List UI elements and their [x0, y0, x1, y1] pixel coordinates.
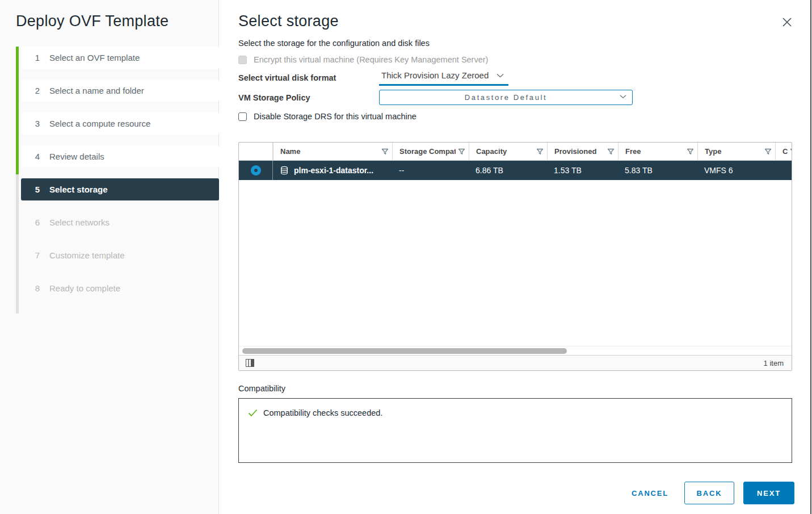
column-picker-icon[interactable] [246, 359, 254, 367]
chevron-down-icon [497, 73, 504, 78]
step-label: Select an OVF template [49, 53, 140, 62]
success-check-icon [248, 409, 258, 417]
row-cell-free: 5.83 TB [618, 161, 697, 180]
back-button[interactable]: BACK [684, 482, 734, 504]
datastore-row[interactable]: plm-esxi-1-datastor...--6.86 TB1.53 TB5.… [239, 161, 792, 180]
filter-funnel-icon[interactable] [536, 148, 544, 155]
step-number: 4 [33, 152, 41, 161]
disable-drs-checkbox[interactable] [238, 112, 247, 121]
sidebar-step-4[interactable]: 4Review details [21, 145, 219, 168]
grid-header: NameStorage CompatibilityCapacityProvisi… [239, 143, 792, 161]
step-label: Ready to complete [49, 283, 120, 293]
row-cell-name: plm-esxi-1-datastor... [273, 161, 392, 180]
col-header-name[interactable]: Name [273, 143, 392, 160]
row-cell-storage-compatibility: -- [392, 161, 469, 180]
col-header-label: Name [280, 147, 379, 156]
cell-value: 1.53 TB [554, 166, 582, 175]
step-number: 1 [33, 53, 41, 62]
filter-funnel-icon[interactable] [458, 148, 465, 155]
row-cell-cluster [775, 161, 792, 180]
compatibility-message: Compatibility checks succeeded. [263, 408, 382, 417]
scrollbar-thumb[interactable] [242, 348, 567, 354]
cell-value: plm-esxi-1-datastor... [294, 166, 373, 175]
col-header-label: Storage Compatibility [399, 147, 456, 156]
filter-funnel-icon[interactable] [687, 148, 694, 155]
filter-funnel-icon[interactable] [607, 148, 615, 155]
next-button[interactable]: NEXT [743, 482, 794, 504]
sidebar-step-5[interactable]: 5Select storage [21, 178, 219, 200]
sidebar-step-7: 7Customize template [21, 244, 219, 266]
grid-empty-area [239, 180, 792, 346]
cell-value: 5.83 TB [625, 166, 653, 175]
step-number: 8 [33, 283, 41, 293]
progress-fill [16, 47, 19, 174]
step-label: Select a compute resource [49, 119, 150, 128]
col-header-label: Cluster [782, 147, 788, 156]
col-header-label: Capacity [476, 147, 534, 156]
col-header-label: Type [705, 147, 762, 156]
col-header-label: Provisioned [554, 147, 605, 156]
disk-format-value: Thick Provision Lazy Zeroed [381, 70, 489, 80]
row-cell-provisioned: 1.53 TB [547, 161, 618, 180]
datastore-grid: NameStorage CompatibilityCapacityProvisi… [238, 142, 792, 371]
step-number: 3 [33, 119, 41, 128]
step-label: Select storage [49, 185, 108, 194]
compatibility-box: Compatibility checks succeeded. [238, 398, 792, 463]
encrypt-vm-label: Encrypt this virtual machine (Requires K… [254, 55, 488, 64]
row-radio-selected[interactable] [251, 165, 261, 175]
sidebar-step-1[interactable]: 1Select an OVF template [21, 47, 219, 69]
page-title: Select storage [238, 12, 339, 30]
storage-policy-row: VM Storage Policy Datastore Default [238, 90, 812, 105]
col-header-capacity[interactable]: Capacity [469, 143, 547, 160]
step-number: 7 [33, 250, 41, 260]
wizard-content: Select storage Select the storage for th… [219, 0, 812, 514]
encrypt-vm-checkbox [238, 56, 247, 64]
sidebar-step-8: 8Ready to complete [21, 277, 219, 299]
cancel-button[interactable]: CANCEL [632, 489, 668, 498]
item-count: 1 item [764, 359, 784, 367]
disable-drs-row: Disable Storage DRS for this virtual mac… [238, 112, 812, 121]
filter-funnel-icon[interactable] [381, 148, 389, 155]
step-number: 5 [33, 185, 41, 194]
col-header-selector [239, 143, 273, 160]
horizontal-scrollbar [239, 346, 792, 355]
wizard-steps: 1Select an OVF template2Select a name an… [21, 47, 218, 299]
col-header-provisioned[interactable]: Provisioned [547, 143, 618, 160]
cell-value: VMFS 6 [704, 166, 733, 175]
window-edge [810, 0, 811, 514]
sidebar-step-2[interactable]: 2Select a name and folder [21, 80, 219, 102]
page-subtitle: Select the storage for the configuration… [238, 39, 812, 48]
disk-format-select[interactable]: Thick Provision Lazy Zeroed [379, 69, 508, 86]
action-bar: CANCEL BACK NEXT [238, 482, 794, 504]
encrypt-vm-row: Encrypt this virtual machine (Requires K… [238, 55, 812, 64]
cell-value: 6.86 TB [476, 166, 503, 175]
row-cell-capacity: 6.86 TB [469, 161, 547, 180]
radio-dot [254, 169, 258, 172]
progress-track [16, 47, 19, 314]
datastore-icon [280, 166, 289, 175]
col-header-storage-compatibility[interactable]: Storage Compatibility [392, 143, 469, 160]
cell-value: -- [399, 166, 404, 175]
col-header-free[interactable]: Free [618, 143, 697, 160]
disable-drs-label: Disable Storage DRS for this virtual mac… [254, 112, 416, 121]
col-header-label: Free [625, 147, 684, 156]
row-selector-cell [239, 161, 273, 180]
step-label: Select a name and folder [49, 86, 144, 95]
col-header-cluster[interactable]: Cluster [775, 143, 792, 160]
wizard-sidebar: Deploy OVF Template 1Select an OVF templ… [0, 0, 219, 514]
grid-footer: 1 item [239, 355, 792, 370]
disk-format-row: Select virtual disk format Thick Provisi… [238, 69, 812, 86]
close-icon[interactable] [781, 16, 793, 28]
step-number: 2 [33, 86, 41, 95]
filter-funnel-icon[interactable] [790, 148, 792, 155]
storage-policy-value: Datastore Default [465, 93, 547, 102]
storage-policy-select[interactable]: Datastore Default [379, 90, 633, 105]
filter-funnel-icon[interactable] [764, 148, 772, 155]
storage-policy-label: VM Storage Policy [238, 93, 379, 102]
step-label: Select networks [49, 218, 110, 227]
step-label: Customize template [49, 250, 125, 260]
sidebar-step-3[interactable]: 3Select a compute resource [21, 112, 219, 135]
col-header-type[interactable]: Type [697, 143, 775, 160]
step-label: Review details [49, 152, 104, 161]
chevron-down-icon [620, 94, 626, 99]
